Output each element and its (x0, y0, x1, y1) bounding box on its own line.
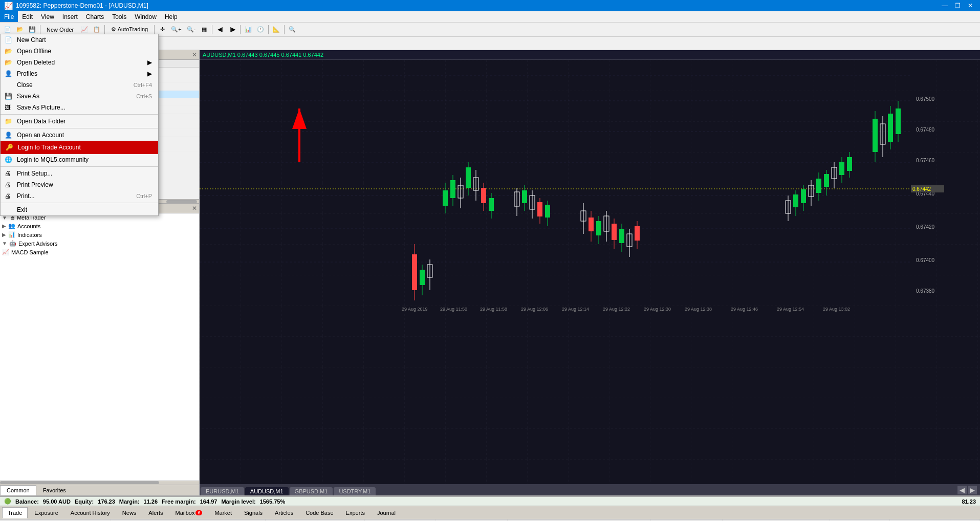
tab-articles[interactable]: Articles (269, 507, 299, 518)
mw-scroll-thumb[interactable] (166, 200, 197, 203)
nav-accounts[interactable]: ▶ 👥 Accounts (0, 222, 199, 230)
svg-text:29 Aug 12:46: 29 Aug 12:46 (731, 307, 758, 312)
profiles-icon: 👤 (5, 70, 12, 77)
tab-market[interactable]: Market (209, 507, 237, 518)
navigator-close[interactable]: ✕ (192, 205, 197, 212)
nav-expert-advisors[interactable]: ▼ 🤖 Expert Advisors (0, 239, 199, 248)
separator-1 (1, 114, 158, 115)
svg-text:0.67380: 0.67380 (916, 288, 935, 294)
menu-open-deleted[interactable]: 📂 Open Deleted ▶ (1, 57, 158, 68)
menu-tools[interactable]: Tools (108, 11, 130, 22)
svg-rect-42 (522, 190, 527, 203)
tab-alerts[interactable]: Alerts (143, 507, 168, 518)
menu-file[interactable]: File (0, 11, 18, 22)
tab-scroll-left[interactable]: ◀ (957, 486, 967, 494)
menu-save-as-picture[interactable]: 🖼 Save As Picture... (1, 102, 158, 113)
menu-close[interactable]: Close Ctrl+F4 (1, 79, 158, 91)
menu-charts[interactable]: Charts (82, 11, 108, 22)
tab-mailbox[interactable]: Mailbox 6 (169, 507, 208, 518)
tab-common[interactable]: Common (0, 485, 36, 495)
menu-view[interactable]: View (37, 11, 58, 22)
market-watch-close[interactable]: ✕ (192, 51, 197, 58)
objects-button[interactable]: 📐 (271, 24, 282, 35)
svg-text:29 Aug 11:58: 29 Aug 11:58 (480, 307, 507, 312)
menu-save-as[interactable]: 💾 Save As Ctrl+S (1, 91, 158, 102)
balance-label: Balance: (15, 498, 39, 505)
tab-favorites[interactable]: Favorites (36, 485, 73, 495)
svg-rect-28 (450, 180, 455, 198)
svg-rect-82 (847, 157, 852, 171)
chart-area: AUDUSD,M1 0.67443 0.67445 0.67441 0.6744… (200, 50, 980, 495)
zoom-in-button[interactable]: 🔍+ (169, 24, 183, 35)
menu-print-setup[interactable]: 🖨 Print Setup... (1, 168, 158, 179)
separator-3 (1, 166, 158, 167)
tab-signals[interactable]: Signals (238, 507, 268, 518)
move-right[interactable]: |▶ (227, 24, 238, 35)
tab-scroll-right[interactable]: ▶ (968, 486, 977, 494)
svg-rect-74 (816, 179, 821, 193)
bottom-panel: 🟢 Balance: 95.00 AUD Equity: 176.23 Marg… (0, 495, 980, 521)
menu-login-mql5[interactable]: 🌐 Login to MQL5.community (1, 154, 158, 165)
print-preview-icon: 🖨 (5, 181, 11, 188)
sep-5 (240, 25, 241, 34)
menu-insert[interactable]: Insert (58, 11, 82, 22)
nav-macd-label: MACD Sample (11, 249, 49, 255)
menu-profiles[interactable]: 👤 Profiles ▶ (1, 68, 158, 79)
move-left[interactable]: ◀| (214, 24, 226, 35)
menu-exit[interactable]: Exit (1, 204, 158, 215)
tab-audusd[interactable]: AUDUSD,M1 (245, 487, 289, 495)
tab-trade[interactable]: Trade (2, 507, 28, 518)
restore-button[interactable]: ❐ (952, 1, 964, 10)
tab-exposure[interactable]: Exposure (29, 507, 63, 518)
minimize-button[interactable]: — (939, 1, 951, 10)
search-button[interactable]: 🔍 (287, 24, 298, 35)
menu-open-account[interactable]: 👤 Open an Account (1, 129, 158, 141)
svg-rect-52 (589, 218, 594, 231)
tab-usdtry[interactable]: USDTRY,M1 (334, 487, 376, 495)
menu-open-offline[interactable]: 📂 Open Offline (1, 46, 158, 57)
tab-gbpusd[interactable]: GBPUSD,M1 (290, 487, 333, 495)
macd-icon: 📈 (2, 249, 9, 255)
tab-experts[interactable]: Experts (340, 507, 371, 518)
period-sep-button[interactable]: 🕐 (255, 24, 266, 35)
margin-value: 11.26 (144, 498, 158, 505)
nav-indicators[interactable]: ▶ 📊 Indicators (0, 230, 199, 239)
menu-help[interactable]: Help (161, 11, 182, 22)
tab-codebase[interactable]: Code Base (300, 507, 339, 518)
zoom-out-button[interactable]: 🔍- (185, 24, 198, 35)
chart-scale[interactable]: ▦ (199, 24, 210, 35)
navigator-tabs: Common Favorites (0, 485, 199, 495)
tab-journal[interactable]: Journal (372, 507, 401, 518)
svg-rect-20 (412, 254, 417, 290)
total-profit: 81.23 (962, 498, 976, 505)
close-button[interactable]: ✕ (965, 1, 976, 10)
nav-macd-sample[interactable]: 📈 MACD Sample (0, 248, 199, 256)
indicators-expand: ▶ (2, 232, 6, 237)
ea-icon: 🤖 (9, 240, 16, 247)
submenu-arrow-profiles: ▶ (147, 70, 152, 77)
menu-window[interactable]: Window (130, 11, 161, 22)
nav-indicators-label: Indicators (17, 232, 42, 238)
indicators-button[interactable]: 📊 (243, 24, 254, 35)
navigator-panel: Navigator ✕ ▼ 🖥 MetaTrader ▶ 👥 Accounts … (0, 204, 199, 495)
nav-scroll-thumb[interactable] (0, 481, 159, 484)
svg-rect-38 (489, 198, 494, 211)
svg-rect-90 (896, 108, 901, 134)
menu-print-preview[interactable]: 🖨 Print Preview (1, 179, 158, 190)
tab-news[interactable]: News (117, 507, 142, 518)
menu-login-trade[interactable]: 🔑 Login to Trade Account (1, 141, 158, 154)
svg-rect-76 (824, 174, 829, 187)
balance-bar: 🟢 Balance: 95.00 AUD Equity: 176.23 Marg… (0, 496, 980, 506)
menu-new-chart[interactable]: 📄 New Chart (1, 34, 158, 46)
menu-open-data-folder[interactable]: 📁 Open Data Folder (1, 116, 158, 127)
menu-print[interactable]: 🖨 Print... Ctrl+P (1, 190, 158, 202)
tab-account-history[interactable]: Account History (65, 507, 116, 518)
chart-canvas[interactable]: 0.67520 0.67500 0.67480 0.67460 0.67440 … (200, 60, 980, 484)
login-trade-icon: 🔑 (6, 144, 13, 151)
menu-edit[interactable]: Edit (18, 11, 37, 22)
tab-eurusd[interactable]: EURUSD,M1 (201, 487, 244, 495)
window-title: 1099582: Pepperstone-Demo01 - [AUDUSD,M1… (16, 2, 148, 9)
svg-text:29 Aug 12:38: 29 Aug 12:38 (685, 307, 712, 312)
balance-value: 95.00 AUD (43, 498, 71, 505)
svg-rect-70 (801, 189, 806, 203)
